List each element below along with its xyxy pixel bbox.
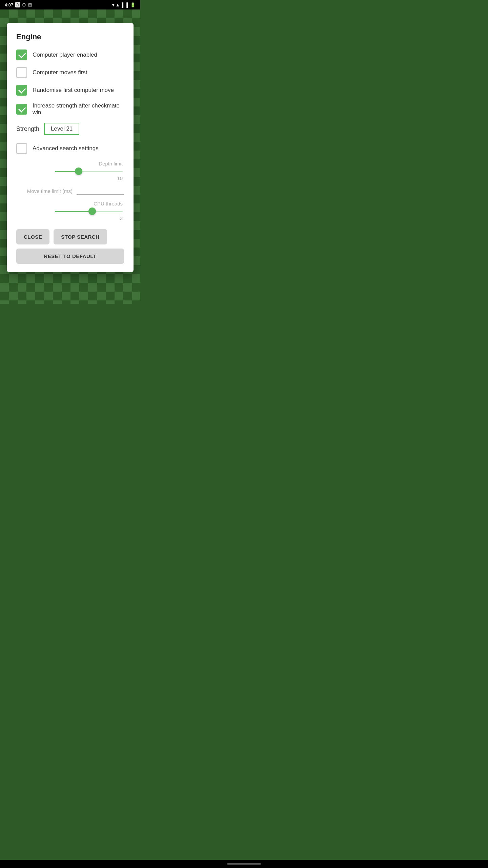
- depth-limit-value: 10: [16, 175, 123, 181]
- move-time-input[interactable]: [77, 187, 124, 195]
- checkbox-label-computer-player: Computer player enabled: [33, 52, 97, 58]
- stop-search-button[interactable]: STOP SEARCH: [54, 229, 107, 244]
- cpu-threads-slider-container: [16, 208, 123, 215]
- time-display: 4:07: [5, 2, 13, 7]
- move-time-row: Move time limit (ms): [16, 187, 124, 195]
- wifi-icon: ▼▲: [111, 2, 120, 7]
- close-button[interactable]: CLOSE: [16, 229, 49, 244]
- status-right: ▼▲ ▌▐ 🔋: [111, 2, 136, 7]
- cpu-threads-label: CPU threads: [94, 201, 123, 206]
- checkbox-row-increase-strength[interactable]: Increase strength after checkmate win: [16, 102, 124, 116]
- checkbox-label-randomise: Randomise first computer move: [33, 87, 114, 94]
- strength-label: Strength: [16, 125, 39, 133]
- depth-limit-row: Depth limit 10: [16, 161, 124, 181]
- depth-limit-label: Depth limit: [99, 161, 123, 166]
- checkbox-row-advanced[interactable]: Advanced search settings: [16, 143, 124, 154]
- depth-limit-thumb[interactable]: [75, 167, 82, 175]
- reset-to-default-button[interactable]: RESET TO DEFAULT: [16, 249, 124, 264]
- cpu-threads-row: CPU threads 3: [16, 201, 124, 221]
- checkbox-label-advanced: Advanced search settings: [33, 145, 99, 152]
- status-bar: 4:07 A ⊙ ▤ ▼▲ ▌▐ 🔋: [0, 0, 140, 9]
- cpu-threads-thumb[interactable]: [88, 208, 96, 215]
- button-row-primary: CLOSE STOP SEARCH: [16, 229, 124, 244]
- checkbox-row-computer-player[interactable]: Computer player enabled: [16, 50, 124, 60]
- cpu-threads-fill: [55, 211, 92, 212]
- dialog-title: Engine: [16, 33, 124, 41]
- checkbox-label-increase-strength: Increase strength after checkmate win: [33, 102, 124, 116]
- checkbox-row-randomise[interactable]: Randomise first computer move: [16, 85, 124, 96]
- strength-row: Strength Level 21: [16, 123, 124, 135]
- checkbox-randomise[interactable]: [16, 85, 27, 96]
- depth-limit-slider[interactable]: [55, 168, 123, 175]
- cpu-threads-slider[interactable]: [55, 208, 123, 215]
- app-icon-doc: ▤: [28, 2, 32, 7]
- app-icon-s: ⊙: [22, 2, 26, 7]
- move-time-label: Move time limit (ms): [27, 188, 73, 194]
- checkbox-computer-player[interactable]: [16, 50, 27, 60]
- checkbox-moves-first[interactable]: [16, 67, 27, 78]
- dialog-overlay: Engine Computer player enabled Computer …: [0, 9, 140, 304]
- depth-limit-slider-container: [16, 168, 123, 175]
- checkbox-advanced[interactable]: [16, 143, 27, 154]
- signal-icon: ▌▐: [122, 2, 128, 7]
- app-icon-a: A: [15, 2, 20, 7]
- battery-icon: 🔋: [130, 2, 136, 7]
- engine-dialog: Engine Computer player enabled Computer …: [7, 23, 134, 272]
- cpu-threads-value: 3: [16, 215, 123, 221]
- checkbox-increase-strength[interactable]: [16, 104, 27, 115]
- advanced-section: Advanced search settings: [16, 143, 124, 154]
- checkbox-label-moves-first: Computer moves first: [33, 69, 87, 76]
- checkbox-row-moves-first[interactable]: Computer moves first: [16, 67, 124, 78]
- strength-value-display[interactable]: Level 21: [44, 123, 79, 135]
- status-left: 4:07 A ⊙ ▤: [5, 2, 32, 7]
